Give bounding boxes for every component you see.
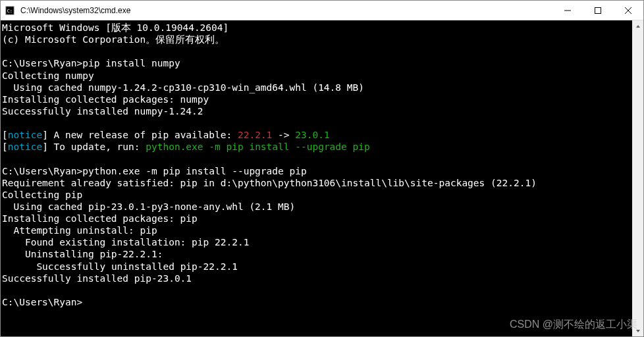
notice1-word: notice [8, 130, 42, 140]
notice2-bracket-open: [ [2, 142, 8, 152]
notice1-arrow: -> [272, 130, 295, 140]
out-cached-numpy: Using cached numpy-1.24.2-cp310-cp310-wi… [2, 82, 364, 93]
out-installing-numpy: Installing collected packages: numpy [2, 94, 209, 105]
copyright-line: (c) Microsoft Corporation。保留所有权利。 [2, 34, 225, 45]
notice1-new-version: 23.0.1 [295, 130, 329, 140]
titlebar[interactable]: C: C:\Windows\system32\cmd.exe [1, 1, 643, 20]
notice1-bracket-open: [ [2, 130, 8, 140]
command-2: python.exe -m pip install --upgrade pip [82, 166, 306, 176]
window-controls [552, 1, 643, 20]
notice1-old-version: 22.2.1 [238, 130, 272, 140]
minimize-button[interactable] [552, 1, 583, 20]
out-uninstalling: Uninstalling pip-22.2.1: [2, 249, 163, 259]
vertical-scrollbar[interactable] [632, 20, 643, 336]
cmd-icon: C: [5, 5, 15, 16]
out-success-pip: Successfully installed pip-23.0.1 [2, 273, 192, 284]
out-installing-pip: Installing collected packages: pip [2, 213, 198, 224]
scroll-track[interactable] [632, 32, 643, 325]
scroll-down-arrow-icon[interactable] [632, 325, 643, 336]
window-title: C:\Windows\system32\cmd.exe [19, 6, 552, 15]
prompt-1: C:\Users\Ryan> [2, 58, 82, 68]
close-button[interactable] [613, 1, 643, 20]
scroll-up-arrow-icon[interactable] [632, 20, 643, 32]
out-found-existing: Found existing installation: pip 22.2.1 [2, 237, 249, 247]
out-collecting-pip: Collecting pip [2, 190, 82, 200]
maximize-button[interactable] [583, 1, 613, 20]
notice2-word: notice [8, 142, 42, 152]
terminal-output[interactable]: Microsoft Windows [版本 10.0.19044.2604] (… [1, 20, 632, 336]
command-1: pip install numpy [82, 58, 180, 68]
out-req-satisfied: Requirement already satisfied: pip in d:… [2, 178, 537, 188]
out-collecting-numpy: Collecting numpy [2, 70, 94, 81]
notice1-bracket-close: ] [42, 130, 48, 140]
cmd-window: C: C:\Windows\system32\cmd.exe Microsoft… [0, 0, 644, 337]
out-cached-pip: Using cached pip-23.0.1-py3-none-any.whl… [2, 201, 295, 212]
os-version-line: Microsoft Windows [版本 10.0.19044.2604] [2, 22, 228, 33]
out-uninstalled-ok: Successfully uninstalled pip-22.2.1 [2, 261, 238, 272]
terminal-area: Microsoft Windows [版本 10.0.19044.2604] (… [1, 20, 643, 336]
svg-text:C:: C: [7, 8, 13, 13]
out-success-numpy: Successfully installed numpy-1.24.2 [2, 106, 203, 117]
out-attempt-uninstall: Attempting uninstall: pip [2, 225, 157, 236]
notice2-text: To update, run: [48, 142, 146, 152]
notice1-text: A new release of pip available: [48, 130, 238, 140]
prompt-2: C:\Users\Ryan> [2, 166, 82, 176]
prompt-3: C:\Users\Ryan> [2, 297, 82, 307]
notice2-bracket-close: ] [42, 142, 48, 152]
notice2-command: python.exe -m pip install --upgrade pip [146, 142, 369, 152]
svg-rect-3 [595, 7, 601, 13]
